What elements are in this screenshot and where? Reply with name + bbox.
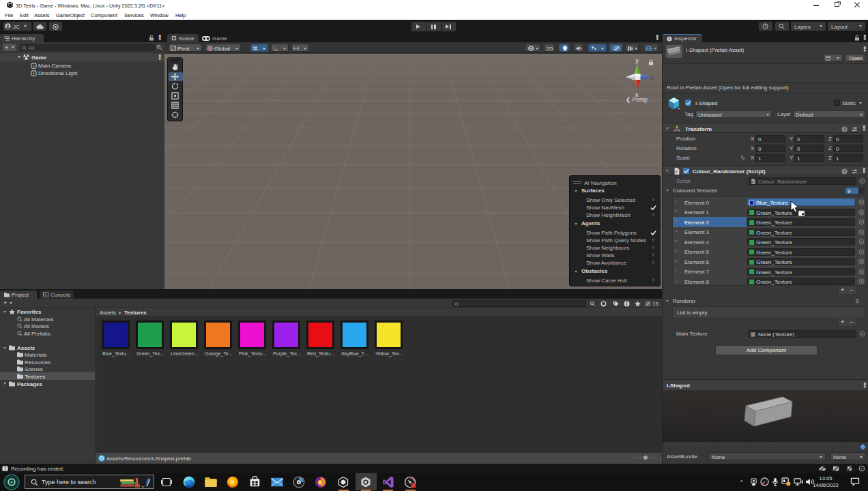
svg-text:?: ? xyxy=(843,168,846,173)
svg-text:z: z xyxy=(651,75,654,81)
svg-text:#: # xyxy=(676,169,678,173)
svg-text:?: ? xyxy=(843,126,846,131)
svg-text:y: y xyxy=(636,57,639,64)
